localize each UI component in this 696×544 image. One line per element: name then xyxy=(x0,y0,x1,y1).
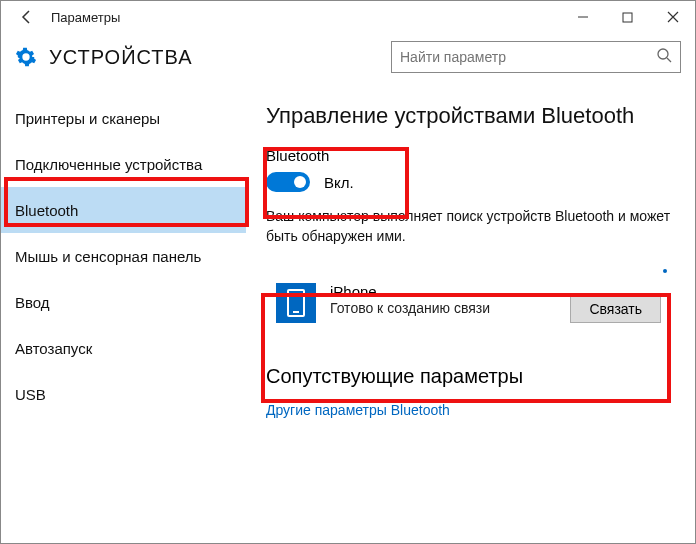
sidebar-item-label: Мышь и сенсорная панель xyxy=(15,248,201,265)
search-box[interactable] xyxy=(391,41,681,73)
header: УСТРОЙСТВА xyxy=(1,33,695,91)
sidebar-item-printers[interactable]: Принтеры и сканеры xyxy=(1,95,246,141)
sidebar-item-label: Автозапуск xyxy=(15,340,92,357)
section-title: УСТРОЙСТВА xyxy=(49,46,391,69)
sidebar-item-label: USB xyxy=(15,386,46,403)
page-heading: Управление устройствами Bluetooth xyxy=(266,103,675,129)
sidebar-item-label: Подключенные устройства xyxy=(15,156,202,173)
sidebar-item-autoplay[interactable]: Автозапуск xyxy=(1,325,246,371)
maximize-button[interactable] xyxy=(605,1,650,33)
device-name: iPhone xyxy=(330,283,490,300)
related-link-bluetooth-more[interactable]: Другие параметры Bluetooth xyxy=(266,402,675,418)
activity-indicator-icon xyxy=(663,269,667,273)
sidebar: Принтеры и сканеры Подключенные устройст… xyxy=(1,91,246,541)
sidebar-item-label: Ввод xyxy=(15,294,50,311)
sidebar-item-label: Bluetooth xyxy=(15,202,78,219)
phone-icon xyxy=(276,283,316,323)
minimize-button[interactable] xyxy=(560,1,605,33)
toggle-knob xyxy=(294,176,306,188)
svg-line-3 xyxy=(667,58,671,62)
svg-rect-1 xyxy=(623,13,632,22)
bluetooth-toggle-row: Вкл. xyxy=(266,172,675,192)
device-card[interactable]: iPhone Готово к созданию связи Связать xyxy=(266,271,675,337)
window-title: Параметры xyxy=(51,10,560,25)
related-heading: Сопутствующие параметры xyxy=(266,365,675,388)
window-controls xyxy=(560,1,695,33)
back-button[interactable] xyxy=(11,1,43,33)
sidebar-item-usb[interactable]: USB xyxy=(1,371,246,417)
gear-icon xyxy=(15,46,37,68)
main: Принтеры и сканеры Подключенные устройст… xyxy=(1,91,695,541)
sidebar-item-typing[interactable]: Ввод xyxy=(1,279,246,325)
bluetooth-toggle[interactable] xyxy=(266,172,310,192)
svg-point-2 xyxy=(658,49,668,59)
arrow-left-icon xyxy=(19,9,35,25)
device-status: Готово к созданию связи xyxy=(330,300,490,316)
bluetooth-description: Ваш компьютер выполняет поиск устройств … xyxy=(266,206,675,247)
sidebar-item-mouse-touchpad[interactable]: Мышь и сенсорная панель xyxy=(1,233,246,279)
bluetooth-toggle-state: Вкл. xyxy=(324,174,354,191)
pair-button[interactable]: Связать xyxy=(570,295,661,323)
sidebar-item-label: Принтеры и сканеры xyxy=(15,110,160,127)
bluetooth-toggle-title: Bluetooth xyxy=(266,147,675,164)
search-icon xyxy=(656,47,672,67)
sidebar-item-connected-devices[interactable]: Подключенные устройства xyxy=(1,141,246,187)
content-pane: Управление устройствами Bluetooth Blueto… xyxy=(246,91,695,541)
close-button[interactable] xyxy=(650,1,695,33)
sidebar-item-bluetooth[interactable]: Bluetooth xyxy=(1,187,246,233)
window-titlebar: Параметры xyxy=(1,1,695,33)
search-input[interactable] xyxy=(400,49,656,65)
